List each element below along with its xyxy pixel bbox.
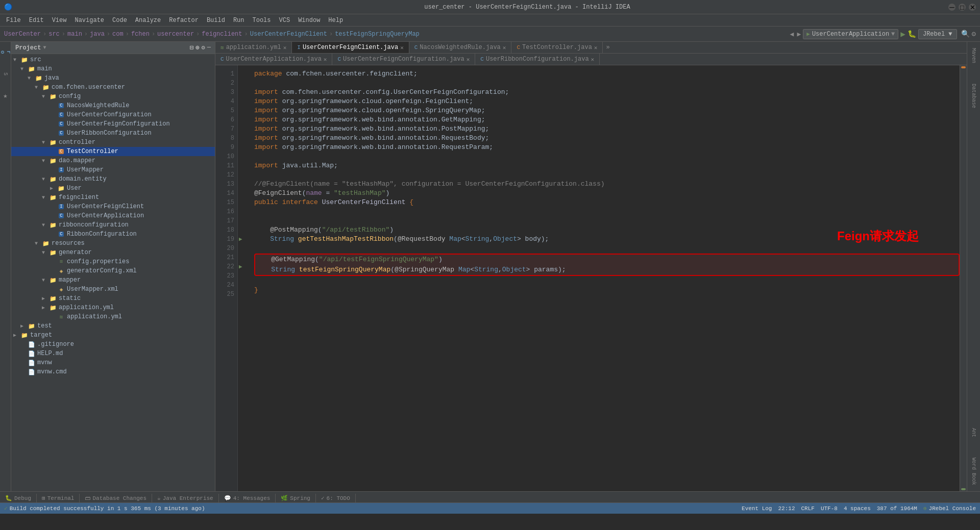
gutter-run-icon[interactable]: ▶	[239, 235, 247, 244]
tree-item-templates[interactable]: ▶ 📁 application.yml	[11, 303, 215, 312]
tree-item-src[interactable]: ▼ 📁 src	[11, 55, 215, 64]
btab-messages[interactable]: 💬 4: Messages	[219, 494, 276, 502]
tab-close-icon[interactable]: ✕	[467, 56, 470, 63]
tree-item-static[interactable]: ▶ 📁 static	[11, 294, 215, 303]
tree-item-controller[interactable]: ▼ 📁 controller	[11, 138, 215, 147]
tree-item-feignclient[interactable]: ▼ 📁 feignclient	[11, 193, 215, 202]
tree-item-usermapperxml[interactable]: ◈ UserMapper.xml	[11, 285, 215, 294]
window-controls[interactable]: ─ □ ✕	[948, 4, 976, 11]
menu-run[interactable]: Run	[229, 16, 249, 25]
search-icon[interactable]: 🔍	[961, 30, 970, 38]
gear-icon[interactable]: ⚙	[202, 44, 205, 52]
tree-item-user[interactable]: ▶ 📁 User	[11, 184, 215, 193]
tree-item-testcontroller[interactable]: C TestController	[11, 147, 215, 156]
tree-item-main[interactable]: ▼ 📁 main	[11, 64, 215, 73]
structure-icon[interactable]: S	[1, 69, 10, 79]
btab-debug[interactable]: 🐛 Debug	[0, 494, 37, 502]
menu-analyze[interactable]: Analyze	[131, 16, 165, 25]
tab-close-icon[interactable]: ✕	[400, 44, 404, 51]
tree-item-usermapper[interactable]: I UserMapper	[11, 165, 215, 174]
tree-item-configprops[interactable]: ≡ config.properties	[11, 257, 215, 266]
nav-back[interactable]: ◀	[790, 30, 794, 38]
menu-build[interactable]: Build	[203, 16, 229, 25]
encoding[interactable]: UTF-8	[821, 506, 838, 512]
breadcrumb-method[interactable]: testFeignSpringQueryMap	[335, 31, 420, 38]
minimize-button[interactable]: ─	[948, 4, 955, 11]
tree-item-ucfeignconfig[interactable]: C UserCenterFeignConfiguration	[11, 119, 215, 129]
scroll-to-icon[interactable]: ⊕	[195, 44, 199, 52]
btab-javaent[interactable]: ☕ Java Enterprise	[152, 494, 219, 502]
error-indicator[interactable]	[961, 66, 966, 68]
event-log-link[interactable]: Event Log	[742, 506, 772, 512]
tree-item-ribbon[interactable]: C RibbonConfiguration	[11, 230, 215, 239]
tree-item-ucapp[interactable]: C UserCenterApplication	[11, 211, 215, 220]
tree-item-mapper[interactable]: ▼ 📁 mapper	[11, 275, 215, 285]
tree-item-appyml[interactable]: ≋ application.yml	[11, 312, 215, 321]
tab-ribbonconfig[interactable]: C UserRibbonConfiguration.java ✕	[475, 54, 600, 65]
tree-item-com[interactable]: ▼ 📁 com.fchen.usercenter	[11, 83, 215, 92]
breadcrumb-feignclient[interactable]: feignclient	[202, 31, 242, 38]
tree-item-ribbonconf[interactable]: ▼ 📁 ribbonconfiguration	[11, 220, 215, 230]
tab-close-icon[interactable]: ✕	[591, 56, 595, 63]
menu-tools[interactable]: Tools	[249, 16, 275, 25]
ant-icon[interactable]: Ant	[970, 426, 977, 439]
tree-item-java[interactable]: ▼ 📁 java	[11, 73, 215, 83]
tree-item-dao[interactable]: ▼ 📁 dao.mapper	[11, 156, 215, 165]
tree-item-generator[interactable]: ▼ 📁 generator	[11, 248, 215, 257]
btab-spring[interactable]: 🌿 Spring	[276, 494, 316, 502]
tree-item-ribbonconfig[interactable]: C UserRibbonConfiguration	[11, 129, 215, 138]
tree-item-help[interactable]: 📄 HELP.md	[11, 349, 215, 358]
breadcrumb-com[interactable]: com	[112, 31, 124, 38]
menu-refactor[interactable]: Refactor	[165, 16, 203, 25]
tab-nacos[interactable]: C NacosWeightedRule.java ✕	[409, 42, 512, 53]
breadcrumb-usercenter2[interactable]: usercenter	[157, 31, 194, 38]
breadcrumb-java[interactable]: java	[90, 31, 105, 38]
jrebel-console-link[interactable]: ⊕ JRebel Console	[923, 505, 976, 512]
line-sep[interactable]: CRLF	[801, 506, 815, 512]
tab-testcontroller[interactable]: C TestController.java ✕	[511, 42, 603, 53]
settings-icon[interactable]: ⚙	[972, 30, 976, 38]
tree-item-domain[interactable]: ▼ 📁 domain.entity	[11, 174, 215, 184]
btab-dbchanges[interactable]: 🗃 Database Changes	[80, 494, 152, 502]
tab-close-icon[interactable]: ✕	[283, 44, 287, 51]
menu-file[interactable]: File	[2, 16, 25, 25]
breadcrumb-src[interactable]: src	[48, 31, 60, 38]
breadcrumb-class[interactable]: UserCenterFeignClient	[250, 31, 327, 38]
breadcrumb-main[interactable]: main	[67, 31, 82, 38]
project-dropdown[interactable]: ▼	[43, 45, 46, 51]
more-tabs-icon[interactable]: »	[603, 42, 612, 53]
word-book-icon[interactable]: Word Book	[970, 456, 977, 487]
maven-icon[interactable]: Maven	[970, 46, 977, 65]
tab-close-icon[interactable]: ✕	[594, 44, 598, 51]
tree-item-gitignore[interactable]: 📄 .gitignore	[11, 340, 215, 349]
menu-window[interactable]: Window	[294, 16, 324, 25]
project-icon[interactable]: Proj	[1, 48, 10, 57]
tree-item-target[interactable]: ▶ 📁 target	[11, 331, 215, 340]
favorites-icon[interactable]: ★	[1, 91, 10, 100]
breadcrumb-fchen[interactable]: fchen	[131, 31, 150, 38]
menu-edit[interactable]: Edit	[25, 16, 48, 25]
tab-close-icon[interactable]: ✕	[503, 44, 506, 51]
tree-item-mvnwcmd[interactable]: 📄 mvnw.cmd	[11, 367, 215, 376]
tree-item-ucfeignclient[interactable]: I UserCenterFeignClient	[11, 202, 215, 211]
minimize-panel-icon[interactable]: ─	[207, 44, 211, 52]
btab-todo[interactable]: ✓ 6: TODO	[316, 494, 356, 502]
tree-item-ucconfig[interactable]: C UserCenterConfiguration	[11, 110, 215, 119]
gutter-run-icon2[interactable]: ▶	[239, 262, 247, 271]
tab-ucapp[interactable]: C UserCenterApplication.java ✕	[215, 54, 332, 65]
run-config-selector[interactable]: ▶ UserCenterApplication ▼	[803, 29, 898, 39]
menu-help[interactable]: Help	[324, 16, 347, 25]
maximize-button[interactable]: □	[959, 4, 966, 11]
tree-item-resources[interactable]: ▼ 📁 resources	[11, 239, 215, 248]
menu-vcs[interactable]: VCS	[275, 16, 295, 25]
database-icon[interactable]: Database	[970, 82, 977, 110]
tab-usercenter-feignclient[interactable]: I UserCenterFeignClient.java ✕	[292, 42, 409, 53]
indent[interactable]: 4 spaces	[844, 506, 871, 512]
tree-item-mvnw[interactable]: 📄 mvnw	[11, 358, 215, 367]
code-editor[interactable]: package com.fchen.usercenter.feignclient…	[248, 65, 960, 491]
tab-application-yml[interactable]: ≋ application.yml ✕	[215, 42, 292, 53]
tree-item-config[interactable]: ▼ 📁 config	[11, 92, 215, 101]
tree-item-test[interactable]: ▶ 📁 test	[11, 321, 215, 331]
run-button[interactable]: ▶	[900, 29, 905, 39]
jrebel-button[interactable]: JRebel ▼	[918, 29, 957, 39]
